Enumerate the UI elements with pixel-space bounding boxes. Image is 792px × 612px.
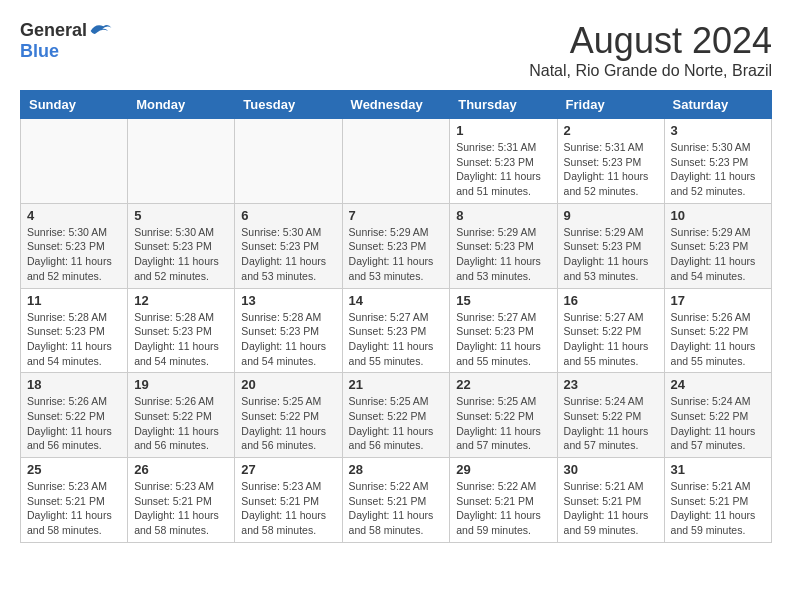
day-number: 28 xyxy=(349,462,444,477)
day-info: Sunrise: 5:28 AMSunset: 5:23 PMDaylight:… xyxy=(27,310,121,369)
table-row: 29Sunrise: 5:22 AMSunset: 5:21 PMDayligh… xyxy=(450,458,557,543)
table-row: 17Sunrise: 5:26 AMSunset: 5:22 PMDayligh… xyxy=(664,288,771,373)
calendar-week-3: 11Sunrise: 5:28 AMSunset: 5:23 PMDayligh… xyxy=(21,288,772,373)
table-row: 7Sunrise: 5:29 AMSunset: 5:23 PMDaylight… xyxy=(342,203,450,288)
month-year-title: August 2024 xyxy=(529,20,772,62)
calendar-week-4: 18Sunrise: 5:26 AMSunset: 5:22 PMDayligh… xyxy=(21,373,772,458)
calendar-week-2: 4Sunrise: 5:30 AMSunset: 5:23 PMDaylight… xyxy=(21,203,772,288)
day-info: Sunrise: 5:27 AMSunset: 5:22 PMDaylight:… xyxy=(564,310,658,369)
day-info: Sunrise: 5:21 AMSunset: 5:21 PMDaylight:… xyxy=(671,479,765,538)
title-section: August 2024 Natal, Rio Grande do Norte, … xyxy=(529,20,772,80)
day-number: 12 xyxy=(134,293,228,308)
table-row: 11Sunrise: 5:28 AMSunset: 5:23 PMDayligh… xyxy=(21,288,128,373)
table-row: 14Sunrise: 5:27 AMSunset: 5:23 PMDayligh… xyxy=(342,288,450,373)
day-number: 9 xyxy=(564,208,658,223)
table-row xyxy=(128,119,235,204)
table-row: 18Sunrise: 5:26 AMSunset: 5:22 PMDayligh… xyxy=(21,373,128,458)
day-info: Sunrise: 5:21 AMSunset: 5:21 PMDaylight:… xyxy=(564,479,658,538)
calendar-week-5: 25Sunrise: 5:23 AMSunset: 5:21 PMDayligh… xyxy=(21,458,772,543)
day-info: Sunrise: 5:29 AMSunset: 5:23 PMDaylight:… xyxy=(564,225,658,284)
day-number: 18 xyxy=(27,377,121,392)
day-info: Sunrise: 5:29 AMSunset: 5:23 PMDaylight:… xyxy=(456,225,550,284)
day-number: 19 xyxy=(134,377,228,392)
day-info: Sunrise: 5:23 AMSunset: 5:21 PMDaylight:… xyxy=(241,479,335,538)
table-row: 12Sunrise: 5:28 AMSunset: 5:23 PMDayligh… xyxy=(128,288,235,373)
day-number: 1 xyxy=(456,123,550,138)
day-info: Sunrise: 5:22 AMSunset: 5:21 PMDaylight:… xyxy=(456,479,550,538)
logo: General Blue xyxy=(20,20,113,62)
table-row xyxy=(235,119,342,204)
table-row: 20Sunrise: 5:25 AMSunset: 5:22 PMDayligh… xyxy=(235,373,342,458)
table-row: 8Sunrise: 5:29 AMSunset: 5:23 PMDaylight… xyxy=(450,203,557,288)
table-row: 13Sunrise: 5:28 AMSunset: 5:23 PMDayligh… xyxy=(235,288,342,373)
day-number: 20 xyxy=(241,377,335,392)
table-row: 24Sunrise: 5:24 AMSunset: 5:22 PMDayligh… xyxy=(664,373,771,458)
table-row: 9Sunrise: 5:29 AMSunset: 5:23 PMDaylight… xyxy=(557,203,664,288)
day-number: 2 xyxy=(564,123,658,138)
header-tuesday: Tuesday xyxy=(235,91,342,119)
day-number: 29 xyxy=(456,462,550,477)
day-number: 4 xyxy=(27,208,121,223)
table-row: 16Sunrise: 5:27 AMSunset: 5:22 PMDayligh… xyxy=(557,288,664,373)
day-info: Sunrise: 5:26 AMSunset: 5:22 PMDaylight:… xyxy=(134,394,228,453)
day-info: Sunrise: 5:30 AMSunset: 5:23 PMDaylight:… xyxy=(241,225,335,284)
logo-bird-icon xyxy=(89,21,113,41)
day-number: 21 xyxy=(349,377,444,392)
day-info: Sunrise: 5:28 AMSunset: 5:23 PMDaylight:… xyxy=(134,310,228,369)
day-info: Sunrise: 5:26 AMSunset: 5:22 PMDaylight:… xyxy=(671,310,765,369)
day-info: Sunrise: 5:27 AMSunset: 5:23 PMDaylight:… xyxy=(456,310,550,369)
day-number: 23 xyxy=(564,377,658,392)
day-number: 3 xyxy=(671,123,765,138)
day-info: Sunrise: 5:27 AMSunset: 5:23 PMDaylight:… xyxy=(349,310,444,369)
day-info: Sunrise: 5:29 AMSunset: 5:23 PMDaylight:… xyxy=(349,225,444,284)
table-row: 2Sunrise: 5:31 AMSunset: 5:23 PMDaylight… xyxy=(557,119,664,204)
table-row: 19Sunrise: 5:26 AMSunset: 5:22 PMDayligh… xyxy=(128,373,235,458)
day-info: Sunrise: 5:26 AMSunset: 5:22 PMDaylight:… xyxy=(27,394,121,453)
day-number: 17 xyxy=(671,293,765,308)
day-number: 22 xyxy=(456,377,550,392)
day-info: Sunrise: 5:25 AMSunset: 5:22 PMDaylight:… xyxy=(456,394,550,453)
day-info: Sunrise: 5:31 AMSunset: 5:23 PMDaylight:… xyxy=(564,140,658,199)
day-number: 25 xyxy=(27,462,121,477)
day-info: Sunrise: 5:30 AMSunset: 5:23 PMDaylight:… xyxy=(134,225,228,284)
day-info: Sunrise: 5:23 AMSunset: 5:21 PMDaylight:… xyxy=(134,479,228,538)
header-monday: Monday xyxy=(128,91,235,119)
table-row xyxy=(21,119,128,204)
location-subtitle: Natal, Rio Grande do Norte, Brazil xyxy=(529,62,772,80)
header-friday: Friday xyxy=(557,91,664,119)
calendar-table: Sunday Monday Tuesday Wednesday Thursday… xyxy=(20,90,772,543)
day-number: 15 xyxy=(456,293,550,308)
table-row: 6Sunrise: 5:30 AMSunset: 5:23 PMDaylight… xyxy=(235,203,342,288)
day-number: 5 xyxy=(134,208,228,223)
calendar-week-1: 1Sunrise: 5:31 AMSunset: 5:23 PMDaylight… xyxy=(21,119,772,204)
table-row: 26Sunrise: 5:23 AMSunset: 5:21 PMDayligh… xyxy=(128,458,235,543)
day-number: 31 xyxy=(671,462,765,477)
day-number: 11 xyxy=(27,293,121,308)
page-header: General Blue August 2024 Natal, Rio Gran… xyxy=(20,20,772,80)
table-row: 23Sunrise: 5:24 AMSunset: 5:22 PMDayligh… xyxy=(557,373,664,458)
logo-blue-text: Blue xyxy=(20,41,59,61)
day-info: Sunrise: 5:29 AMSunset: 5:23 PMDaylight:… xyxy=(671,225,765,284)
day-number: 24 xyxy=(671,377,765,392)
calendar-header-row: Sunday Monday Tuesday Wednesday Thursday… xyxy=(21,91,772,119)
day-number: 7 xyxy=(349,208,444,223)
table-row: 25Sunrise: 5:23 AMSunset: 5:21 PMDayligh… xyxy=(21,458,128,543)
day-info: Sunrise: 5:24 AMSunset: 5:22 PMDaylight:… xyxy=(671,394,765,453)
header-sunday: Sunday xyxy=(21,91,128,119)
table-row xyxy=(342,119,450,204)
table-row: 1Sunrise: 5:31 AMSunset: 5:23 PMDaylight… xyxy=(450,119,557,204)
header-wednesday: Wednesday xyxy=(342,91,450,119)
day-number: 30 xyxy=(564,462,658,477)
table-row: 31Sunrise: 5:21 AMSunset: 5:21 PMDayligh… xyxy=(664,458,771,543)
day-number: 27 xyxy=(241,462,335,477)
day-number: 13 xyxy=(241,293,335,308)
day-info: Sunrise: 5:31 AMSunset: 5:23 PMDaylight:… xyxy=(456,140,550,199)
day-info: Sunrise: 5:22 AMSunset: 5:21 PMDaylight:… xyxy=(349,479,444,538)
table-row: 5Sunrise: 5:30 AMSunset: 5:23 PMDaylight… xyxy=(128,203,235,288)
day-number: 10 xyxy=(671,208,765,223)
day-info: Sunrise: 5:23 AMSunset: 5:21 PMDaylight:… xyxy=(27,479,121,538)
table-row: 3Sunrise: 5:30 AMSunset: 5:23 PMDaylight… xyxy=(664,119,771,204)
table-row: 27Sunrise: 5:23 AMSunset: 5:21 PMDayligh… xyxy=(235,458,342,543)
day-info: Sunrise: 5:30 AMSunset: 5:23 PMDaylight:… xyxy=(671,140,765,199)
day-info: Sunrise: 5:25 AMSunset: 5:22 PMDaylight:… xyxy=(241,394,335,453)
